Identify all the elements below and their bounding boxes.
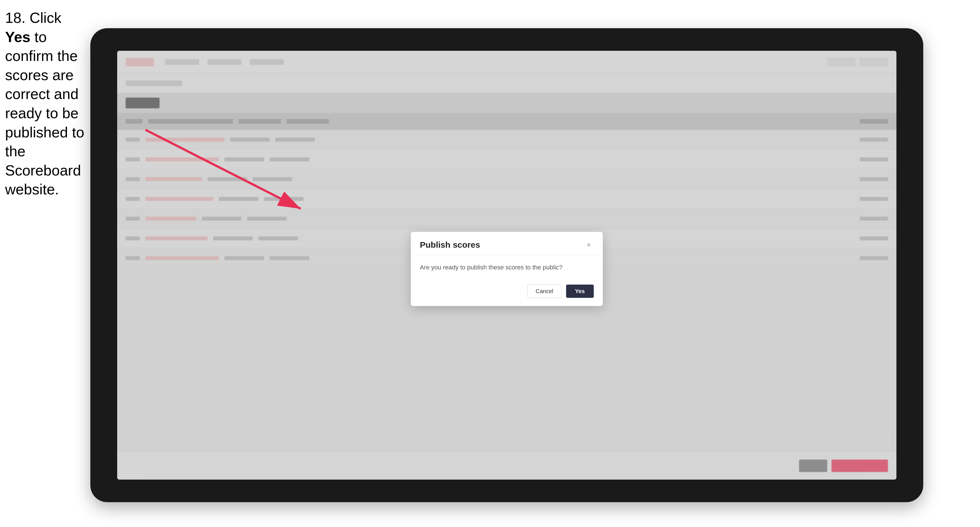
- modal-overlay: Publish scores × Are you ready to publis…: [117, 51, 896, 479]
- modal-close-button[interactable]: ×: [584, 240, 594, 250]
- modal-body: Are you ready to publish these scores to…: [411, 256, 603, 280]
- tablet-device: Publish scores × Are you ready to publis…: [90, 28, 923, 502]
- instruction-text: 18. Click Yes to confirm the scores are …: [5, 8, 87, 199]
- bold-yes: Yes: [5, 29, 30, 45]
- cancel-button[interactable]: Cancel: [527, 284, 561, 298]
- modal-footer: Cancel Yes: [411, 280, 603, 306]
- modal-message: Are you ready to publish these scores to…: [420, 263, 594, 272]
- modal-header: Publish scores ×: [411, 232, 603, 256]
- tablet-screen: Publish scores × Are you ready to publis…: [117, 51, 896, 479]
- yes-button[interactable]: Yes: [566, 285, 594, 298]
- modal-title: Publish scores: [420, 240, 480, 250]
- step-number: 18.: [5, 10, 25, 26]
- modal-dialog: Publish scores × Are you ready to publis…: [411, 232, 603, 306]
